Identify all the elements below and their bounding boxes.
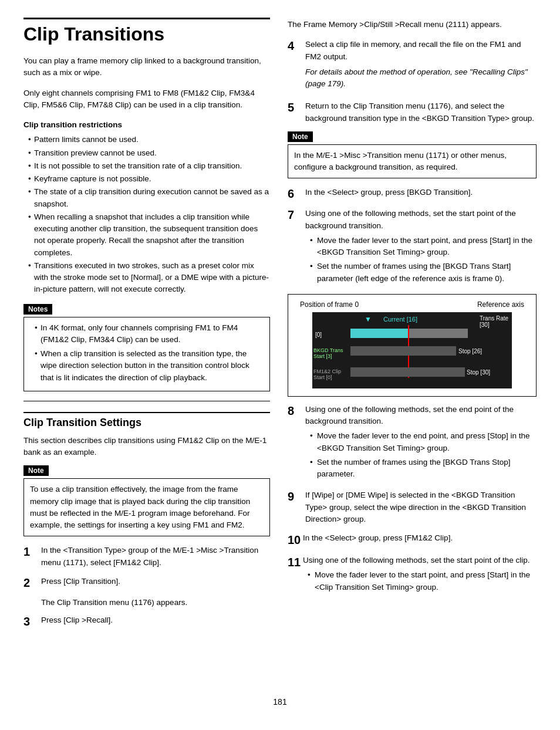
step-10: 10 In the <Select> group, press [FM1&2 C…	[288, 532, 537, 548]
step-text: Using one of the following methods, set …	[305, 404, 537, 483]
step-6: 6 In the <Select> group, press [BKGD Tra…	[288, 187, 537, 201]
step-text: Select a clip file in memory, and recall…	[305, 39, 537, 93]
right-column: The Frame Memory >Clip/Still >Recall men…	[288, 18, 537, 685]
step-7-bullets: Move the fader lever to the start point,…	[305, 235, 537, 285]
notes-label: Notes	[23, 304, 52, 315]
step-text: If [Wipe] or [DME Wipe] is selected in t…	[305, 489, 537, 525]
step-2-note-text: The Clip Transition menu (1176) appears.	[41, 597, 270, 609]
svg-text:[0]: [0]	[315, 332, 322, 338]
svg-text:Start [3]: Start [3]	[313, 353, 332, 359]
step-2-note: The Clip Transition menu (1176) appears.	[41, 597, 270, 609]
right-note-content: In the M/E-1 >Misc >Transition menu (117…	[288, 144, 537, 179]
step-text: Press [Clip >Recall].	[41, 614, 270, 626]
right-note-section: Note In the M/E-1 >Misc >Transition menu…	[288, 131, 537, 179]
step-number: 5	[288, 100, 305, 114]
step-number: 2	[23, 576, 41, 590]
step-5: 5 Return to the Clip Transition menu (11…	[288, 100, 537, 124]
step-text: In the <Select> group, press [FM1&2 Clip…	[303, 532, 537, 544]
notes-section: Notes In 4K format, only four channels c…	[23, 304, 270, 391]
svg-text:▼: ▼	[365, 315, 372, 323]
step-7-main: Using one of the following methods, set …	[305, 209, 516, 229]
step-11: 11 Using one of the following methods, s…	[288, 555, 537, 596]
step-1: 1 In the <Transition Type> group of the …	[23, 545, 270, 569]
step-9: 9 If [Wipe] or [DME Wipe] is selected in…	[288, 489, 537, 525]
step-text: Press [Clip Transition].	[41, 576, 270, 587]
step-number: 4	[288, 39, 305, 53]
diagram-label-left: Position of frame 0	[300, 300, 359, 309]
page-title: Clip Transitions	[23, 18, 270, 45]
list-item: In 4K format, only four channels compris…	[35, 322, 264, 346]
step-text: In the <Select> group, press [BKGD Trans…	[305, 187, 537, 198]
diagram-label-right: Reference axis	[477, 300, 524, 309]
list-item: Set the number of frames using the [BKGD…	[310, 457, 537, 481]
svg-text:[30]: [30]	[480, 322, 490, 328]
list-item: Set the number of frames using the [BKGD…	[310, 261, 537, 285]
svg-text:BKGD Trans: BKGD Trans	[313, 347, 343, 353]
diagram-labels: Position of frame 0 Reference axis	[294, 300, 530, 309]
step-number: 10	[288, 532, 303, 548]
step-4-main: Select a clip file in memory, and recall…	[305, 40, 521, 60]
list-item: Transitions executed in two strokes, suc…	[28, 260, 270, 296]
list-item: Move the fader lever to the end point, a…	[310, 430, 537, 454]
step-number: 8	[288, 404, 305, 418]
step-number: 1	[23, 545, 41, 559]
step-text: Using one of the following methods, set …	[303, 555, 537, 596]
step-4-italic: For details about the method of operatio…	[305, 66, 537, 90]
step-8: 8 Using one of the following methods, se…	[288, 404, 537, 483]
list-item: When recalling a snapshot that includes …	[28, 211, 270, 259]
step-number: 9	[288, 489, 305, 503]
intro-para-2: Only eight channels comprising FM1 to FM…	[23, 87, 270, 111]
step-8-bullets: Move the fader lever to the end point, a…	[305, 430, 537, 480]
step-number: 7	[288, 208, 305, 222]
svg-text:Stop [26]: Stop [26]	[458, 348, 482, 354]
svg-rect-15	[350, 367, 465, 377]
section2-title: Clip Transition Settings	[23, 412, 270, 429]
svg-rect-11	[350, 346, 456, 356]
restrictions-heading: Clip transition restrictions	[23, 119, 270, 131]
step-3: 3 Press [Clip >Recall].	[23, 614, 270, 628]
step-7: 7 Using one of the following methods, se…	[288, 208, 537, 287]
list-item: Move the fader lever to the start point,…	[310, 235, 537, 259]
step-11-main: Using one of the following methods, set …	[303, 556, 529, 565]
step-8-main: Using one of the following methods, set …	[305, 405, 514, 425]
notes-content: In 4K format, only four channels compris…	[23, 317, 270, 391]
svg-text:FM1&2 Clip: FM1&2 Clip	[313, 369, 341, 374]
restrictions-list: Pattern limits cannot be used. Transitio…	[23, 134, 270, 295]
step-number: 11	[288, 555, 303, 570]
note-section: Note To use a clip transition effectivel…	[23, 465, 270, 536]
intro-para-1: You can play a frame memory clip linked …	[23, 55, 270, 79]
step-text: Return to the Clip Transition menu (1176…	[305, 100, 537, 124]
step-number: 6	[288, 187, 305, 201]
step-2: 2 Press [Clip Transition].	[23, 576, 270, 590]
section2-intro: This section describes clip transitions …	[23, 435, 270, 459]
diagram-svg: ▼ Current [16] Trans Rate [30] [0]	[294, 312, 530, 388]
right-note-label: Note	[288, 131, 313, 142]
svg-text:Current [16]: Current [16]	[383, 316, 417, 323]
list-item: Keyframe capture is not possible.	[28, 173, 270, 185]
page-number: 181	[23, 697, 537, 707]
diagram: Position of frame 0 Reference axis ▼ Cur…	[288, 294, 537, 397]
step-text: Using one of the following methods, set …	[305, 208, 537, 287]
left-column: Clip Transitions You can play a frame me…	[23, 18, 270, 685]
step-11-bullets: Move the fader lever to the start point,…	[303, 569, 537, 593]
note-label: Note	[23, 465, 49, 476]
list-item: Transition preview cannot be used.	[28, 147, 270, 159]
svg-rect-7	[350, 329, 409, 338]
svg-text:Stop [30]: Stop [30]	[467, 369, 490, 376]
step-text: In the <Transition Type> group of the M/…	[41, 545, 270, 569]
list-item: It is not possible to set the transition…	[28, 160, 270, 172]
page: Clip Transitions You can play a frame me…	[0, 0, 560, 730]
svg-text:Start [0]: Start [0]	[313, 374, 332, 380]
list-item: When a clip transition is selected as th…	[35, 348, 264, 384]
step-number: 3	[23, 614, 41, 628]
right-top-para: The Frame Memory >Clip/Still >Recall men…	[288, 19, 537, 31]
svg-text:Trans Rate: Trans Rate	[480, 315, 509, 322]
step-4: 4 Select a clip file in memory, and reca…	[288, 39, 537, 93]
list-item: Pattern limits cannot be used.	[28, 134, 270, 146]
list-item: Move the fader lever to the start point,…	[308, 569, 537, 593]
section-divider	[23, 401, 270, 401]
list-item: The state of a clip transition during ex…	[28, 186, 270, 210]
note-content-text: To use a clip transition effectively, th…	[23, 478, 270, 536]
